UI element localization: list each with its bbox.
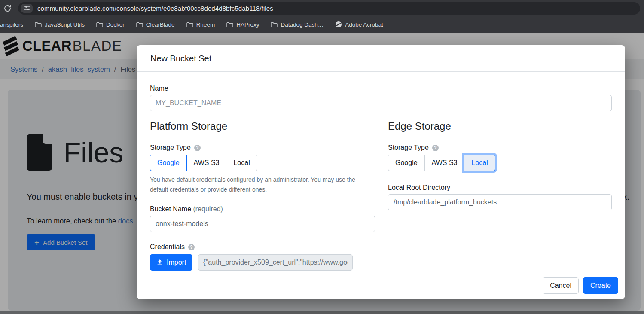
help-icon[interactable]: ? xyxy=(194,145,201,151)
bookmarks-bar: anspilers JavaScript Utils Docker ClearB… xyxy=(0,16,644,33)
platform-option-google[interactable]: Google xyxy=(150,155,187,171)
reload-icon xyxy=(3,4,12,12)
modal-body: Name Platform Storage Storage Type ? Goo… xyxy=(137,72,625,271)
required-hint: (required) xyxy=(193,205,223,213)
cancel-button[interactable]: Cancel xyxy=(543,277,579,294)
bookmark-item-rheem[interactable]: Rheem xyxy=(186,21,215,28)
bookmark-item-haproxy[interactable]: HAProxy xyxy=(226,21,259,28)
bucket-name-label: Bucket Name (required) xyxy=(150,205,375,213)
local-root-directory-label: Local Root Directory xyxy=(388,184,612,192)
reload-button[interactable] xyxy=(0,4,15,12)
globe-icon xyxy=(335,21,342,28)
help-icon[interactable]: ? xyxy=(188,244,195,250)
new-bucket-set-modal: New Bucket Set Name Platform Storage Sto… xyxy=(137,45,625,299)
platform-storage-type-label: Storage Type xyxy=(150,144,191,152)
credentials-label: Credentials xyxy=(150,243,185,251)
edge-storage-heading: Edge Storage xyxy=(388,120,612,132)
edge-storage-type-label: Storage Type xyxy=(388,144,429,152)
folder-icon xyxy=(271,22,278,27)
bookmark-label: Rheem xyxy=(196,21,215,28)
bookmark-item-docker[interactable]: Docker xyxy=(96,21,125,28)
edge-option-aws-s3[interactable]: AWS S3 xyxy=(424,155,465,171)
folder-icon xyxy=(136,22,143,27)
local-root-directory-input[interactable] xyxy=(388,194,612,210)
folder-icon xyxy=(35,22,42,27)
url-text[interactable]: community.clearblade.com/console/system/… xyxy=(37,5,273,12)
modal-footer: Cancel Create xyxy=(137,271,625,300)
create-button[interactable]: Create xyxy=(583,277,618,294)
credentials-input[interactable] xyxy=(198,254,353,271)
bookmark-item-datadog-dash[interactable]: Datadog Dash… xyxy=(271,21,324,28)
bookmark-label: Docker xyxy=(106,21,125,28)
site-settings-icon[interactable] xyxy=(21,4,33,13)
bookmark-item-clearblade[interactable]: ClearBlade xyxy=(136,21,175,28)
platform-storage-type-group: Google AWS S3 Local xyxy=(150,155,257,171)
folder-icon xyxy=(226,22,233,27)
browser-toolbar: community.clearblade.com/console/system/… xyxy=(0,0,644,16)
modal-title: New Bucket Set xyxy=(150,54,211,63)
edge-option-local[interactable]: Local xyxy=(464,155,495,171)
edge-storage-section: Edge Storage Storage Type ? Google AWS S… xyxy=(388,120,612,271)
bottom-strip xyxy=(0,311,644,314)
bookmark-item-adobe-acrobat[interactable]: Adobe Acrobat xyxy=(335,21,383,28)
edge-option-google[interactable]: Google xyxy=(388,155,425,171)
name-input[interactable] xyxy=(150,95,612,111)
help-icon[interactable]: ? xyxy=(432,145,439,151)
folder-icon xyxy=(186,22,193,27)
platform-storage-heading: Platform Storage xyxy=(150,120,375,132)
folder-icon xyxy=(96,22,103,27)
bookmark-label: Datadog Dash… xyxy=(281,21,324,28)
modal-header: New Bucket Set xyxy=(137,45,625,72)
import-button[interactable]: Import xyxy=(150,254,192,271)
platform-option-local[interactable]: Local xyxy=(226,155,257,171)
bookmark-label: JavaScript Utils xyxy=(45,21,85,28)
bookmark-label: anspilers xyxy=(0,21,23,28)
upload-icon xyxy=(156,259,163,266)
bookmark-label: Adobe Acrobat xyxy=(345,21,383,28)
platform-credentials-help-text: You have default credentials configured … xyxy=(150,175,370,194)
bookmark-item-transpilers[interactable]: anspilers xyxy=(0,21,23,28)
bookmark-label: HAProxy xyxy=(236,21,259,28)
url-bar[interactable]: community.clearblade.com/console/system/… xyxy=(18,2,640,15)
name-label: Name xyxy=(150,85,612,92)
browser-chrome: community.clearblade.com/console/system/… xyxy=(0,0,644,33)
platform-option-aws-s3[interactable]: AWS S3 xyxy=(186,155,227,171)
bucket-name-input[interactable] xyxy=(150,216,375,232)
edge-storage-type-group: Google AWS S3 Local xyxy=(388,155,495,171)
bookmark-label: ClearBlade xyxy=(146,21,175,28)
bookmark-item-javascript-utils[interactable]: JavaScript Utils xyxy=(35,21,85,28)
platform-storage-section: Platform Storage Storage Type ? Google A… xyxy=(150,120,375,271)
